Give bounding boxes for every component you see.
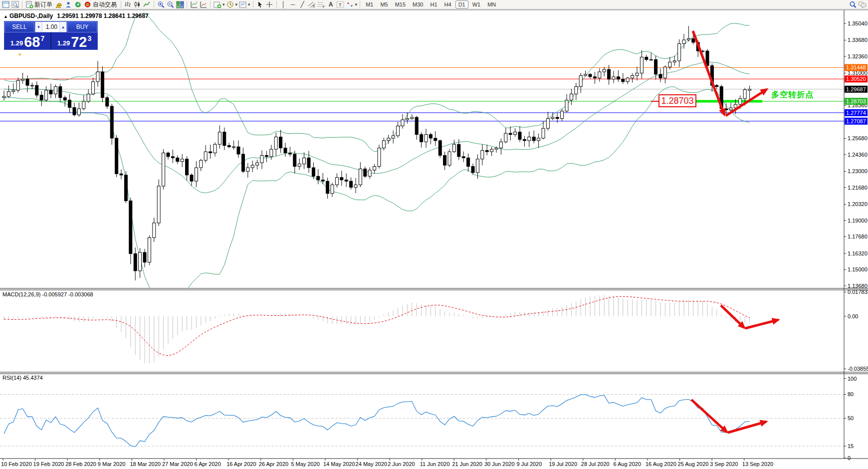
autotrade-icon[interactable]	[83, 0, 92, 9]
date-label: 19 Feb 2020	[33, 461, 64, 467]
rsi-scale-label: 15	[848, 443, 854, 449]
shapes-icon[interactable]	[345, 0, 355, 9]
volume-value[interactable]: 1.00	[42, 22, 59, 32]
tf-button-H1[interactable]: H1	[428, 0, 440, 8]
tf-button-W1[interactable]: W1	[469, 0, 484, 8]
price-badge-label: 1.29687	[846, 86, 866, 92]
date-label: 10 Feb 2020	[1, 461, 32, 467]
volume-control: ▼ 1.00 ▲	[35, 21, 67, 32]
tile-windows-icon[interactable]	[175, 0, 185, 9]
line-chart-icon[interactable]	[142, 0, 152, 9]
buy-button[interactable]: BUY	[67, 21, 97, 32]
text-icon[interactable]: A	[326, 0, 336, 9]
period-caret[interactable]: ▾	[235, 2, 238, 7]
new-order-label[interactable]: 新订单	[34, 0, 52, 9]
sell-price-main: 1.29	[10, 39, 23, 47]
cursor-icon[interactable]	[255, 0, 265, 9]
tf-button-D1[interactable]: D1	[455, 0, 468, 8]
price-badge-label: 1.30520	[846, 76, 866, 82]
chart-window-icon[interactable]	[1, 0, 10, 9]
shapes-caret[interactable]: ▾	[355, 2, 358, 7]
indicator-window-icon[interactable]	[189, 0, 199, 9]
tf-button-M1[interactable]: M1	[363, 0, 376, 8]
period-icon[interactable]	[225, 0, 235, 9]
price-tick-label: 1.17680	[848, 234, 868, 239]
community-icon[interactable]	[64, 0, 73, 9]
chat-icon[interactable]	[858, 0, 867, 9]
trendline-icon[interactable]: ╱	[298, 0, 307, 9]
tf-button-H4[interactable]: H4	[441, 0, 454, 8]
date-label: 27 Mar 2020	[162, 461, 193, 467]
collapse-arrow-icon[interactable]: ▲	[3, 14, 8, 19]
tf-button-M15[interactable]: M15	[392, 0, 409, 8]
sell-price-sup: 7	[40, 34, 44, 42]
price-tick-label: 1.23000	[848, 168, 868, 174]
search-icon[interactable]	[848, 0, 858, 9]
date-label: 19 Jul 2020	[549, 461, 577, 467]
volume-up-button[interactable]: ▲	[59, 22, 66, 32]
date-label: 13 Sep 2020	[742, 461, 773, 467]
sell-price-big: 68	[24, 35, 40, 48]
rsi-scale-label: 50	[848, 415, 854, 421]
price-tick-label: 1.35040	[848, 20, 868, 26]
add-indicator-caret[interactable]: ▾	[222, 2, 225, 7]
zoom-out-icon[interactable]	[166, 0, 175, 9]
fibonacci-icon[interactable]: F	[317, 0, 326, 9]
macd-scale-label: 0.00	[848, 313, 858, 319]
autotrade-label[interactable]: 自动交易	[93, 0, 117, 9]
volume-down-button[interactable]: ▼	[35, 22, 42, 32]
gold-icon[interactable]	[54, 0, 64, 9]
tf-button-M30[interactable]: M30	[410, 0, 426, 8]
toolbar-separator	[253, 1, 253, 8]
date-label: 16 Apr 2020	[226, 461, 256, 467]
channel-icon[interactable]: E	[307, 0, 317, 9]
toolbar-separator	[121, 1, 121, 8]
vertical-line-icon[interactable]: │	[279, 0, 288, 9]
bar-chart-icon[interactable]	[123, 0, 133, 9]
chart-title: ▲GBPUSD-,Daily1.29591 1.29978 1.28641 1.…	[3, 12, 149, 19]
template-caret[interactable]: ▾	[248, 2, 250, 7]
zoom-in-icon[interactable]	[156, 0, 166, 9]
signal-icon[interactable]	[73, 0, 83, 9]
horizontal-line-icon[interactable]: ─	[288, 0, 298, 9]
add-indicator-icon[interactable]	[213, 0, 222, 9]
date-label: 21 Jun 2020	[452, 461, 482, 467]
price-tick-label: 1.21680	[848, 185, 868, 191]
date-label: 28 Feb 2020	[65, 461, 96, 467]
main-toolbar: 新订单 自动交易 ▾ ▾ ▾ │ ─ ╱ E F A T ▾ M1M5M15M3…	[0, 0, 868, 9]
rsi-scale-label: 0	[848, 455, 851, 461]
date-label: 3 Sep 2020	[710, 461, 738, 467]
tf-button-M5[interactable]: M5	[377, 0, 391, 8]
oneclick-marker-icon: ◆	[18, 52, 21, 56]
price-badge-label: 1.27087	[846, 118, 866, 124]
sell-price[interactable]: 1.29 68 7	[4, 32, 51, 49]
template-icon[interactable]	[238, 0, 247, 9]
data-window-icon[interactable]	[10, 0, 20, 9]
tf-button-MN[interactable]: MN	[484, 0, 499, 8]
price-tick-label: 1.24360	[848, 152, 868, 158]
price-tick-label: 1.19000	[848, 218, 868, 224]
price-badge-label: 1.27774	[846, 110, 866, 116]
macd-scale-label: -0.038559	[848, 366, 868, 372]
text-label-icon[interactable]: T	[336, 0, 345, 9]
new-order-icon[interactable]	[24, 0, 34, 9]
price-tick-label: 1.32360	[848, 53, 868, 59]
time-scale[interactable]: 10 Feb 202019 Feb 202028 Feb 20209 Mar 2…	[1, 459, 773, 467]
buy-price[interactable]: 1.29 72 3	[51, 32, 97, 49]
candlestick-icon[interactable]	[133, 0, 142, 9]
toolbar-separator	[187, 1, 187, 8]
buy-price-main: 1.29	[57, 39, 70, 47]
indicator-list-icon[interactable]	[199, 0, 208, 9]
date-label: 5 May 2020	[291, 461, 319, 467]
crosshair-icon[interactable]	[265, 0, 274, 9]
chart-canvas[interactable]: 1.350401.336801.323601.310001.283601.256…	[0, 0, 868, 469]
toolbar-separator	[154, 1, 154, 8]
date-label: 11 Jun 2020	[420, 461, 450, 467]
price-tick-label: 1.13680	[848, 283, 868, 289]
turning-point-label[interactable]: 多空转折点	[771, 90, 814, 100]
buy-price-big: 72	[71, 35, 87, 48]
price-badge-label: 1.31448	[846, 64, 866, 70]
price-tick-label: 1.25680	[848, 135, 868, 141]
sell-button[interactable]: SELL	[4, 21, 34, 32]
price-annotation-box[interactable]: 1.28703	[658, 94, 696, 107]
